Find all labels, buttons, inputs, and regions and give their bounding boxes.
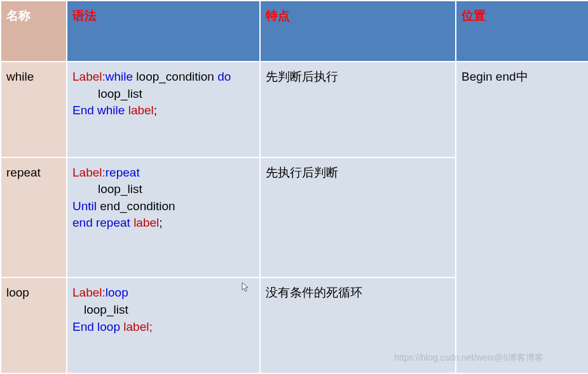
syntax-text: ; <box>159 216 162 229</box>
row-location: Begin end中 <box>456 62 588 373</box>
syntax-label: label <box>128 104 154 117</box>
syntax-keyword: End while <box>72 104 128 117</box>
loop-syntax-table: 名称 语法 特点 位置 while Label:while loop_condi… <box>0 0 588 374</box>
row-while-name: while <box>1 62 67 157</box>
row-loop-name: loop <box>1 277 67 373</box>
syntax-label: Label: <box>72 166 106 179</box>
syntax-text: loop_list <box>98 182 142 196</box>
syntax-label: Label: <box>72 70 106 83</box>
syntax-keyword: Until <box>72 199 100 213</box>
row-repeat-name: repeat <box>1 157 67 278</box>
row-repeat-syntax: Label:repeat loop_list Until end_conditi… <box>67 157 260 278</box>
row-while-feature: 先判断后执行 <box>260 62 456 157</box>
syntax-label: label <box>133 216 159 229</box>
header-syntax: 语法 <box>67 1 260 62</box>
syntax-keyword: loop <box>106 286 128 299</box>
table-row: while Label:while loop_condition do loop… <box>1 62 588 157</box>
header-feature: 特点 <box>260 1 456 62</box>
syntax-text: loop_list <box>98 87 142 100</box>
syntax-text: end_condition <box>100 199 175 213</box>
header-name: 名称 <box>1 1 67 62</box>
syntax-keyword: repeat <box>106 166 140 179</box>
row-repeat-feature: 先执行后判断 <box>260 157 456 278</box>
syntax-label: Label: <box>72 286 106 299</box>
row-loop-syntax: Label:loop loop_list End loop label; <box>67 277 260 373</box>
syntax-keyword: while <box>106 70 137 83</box>
syntax-text: ; <box>154 104 157 117</box>
syntax-text: loop_list <box>84 303 128 316</box>
syntax-label: label; <box>123 320 152 333</box>
syntax-keyword: do <box>217 70 231 83</box>
row-while-syntax: Label:while loop_condition do loop_list … <box>67 62 260 157</box>
table-header-row: 名称 语法 特点 位置 <box>1 1 588 62</box>
syntax-keyword: end repeat <box>72 216 133 229</box>
syntax-text: loop_condition <box>136 70 217 83</box>
syntax-keyword: End loop <box>72 320 123 333</box>
header-location: 位置 <box>456 1 588 62</box>
row-loop-feature: 没有条件的死循环 <box>260 277 456 373</box>
